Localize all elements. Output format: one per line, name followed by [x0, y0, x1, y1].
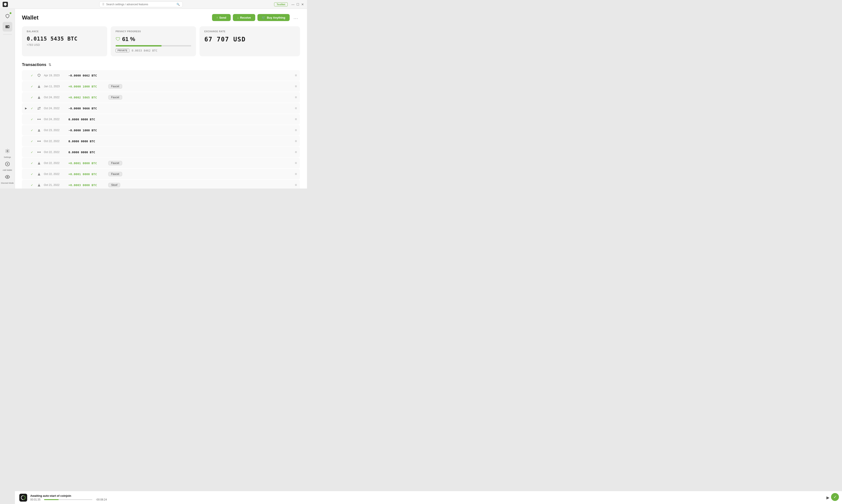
tx-check-icon: ✓ — [31, 150, 34, 154]
tx-date: Apr 19, 2023 — [44, 74, 66, 77]
window-controls: — ☐ ✕ — [291, 3, 304, 6]
tx-list: ✓ Apr 19, 2023 -0.0000 0662 BTC ≡ ✓ Jan … — [22, 70, 300, 188]
privacy-card: PRIVACY PROGRESS 🛡 61 % PRIVATE 0.0033 8… — [111, 26, 196, 56]
page-header: Wallet ↑ Send ↓ Receive 🛒 Buy Anything .… — [22, 14, 300, 21]
tx-date: Oct 24, 2022 — [44, 107, 66, 110]
search-input[interactable] — [106, 3, 175, 6]
testnet-button[interactable]: TestNet — [274, 2, 288, 6]
table-row[interactable]: ✓ Apr 19, 2023 -0.0000 0662 BTC ≡ — [22, 70, 300, 81]
tx-amount: 0.0000 0000 BTC — [68, 118, 106, 121]
transactions-header: Transactions ⇅ — [22, 62, 300, 67]
tx-check-icon: ✓ — [31, 85, 34, 88]
tx-type-icon — [37, 161, 41, 165]
tx-type-icon — [37, 74, 41, 77]
tx-tag: Faucet — [108, 84, 122, 89]
sidebar-item-add-wallet[interactable] — [3, 159, 12, 169]
tx-check-icon: ✓ — [31, 140, 34, 143]
tx-check-icon: ✓ — [31, 96, 34, 99]
sidebar-item-discreet-wrap: Discreet Mode — [1, 172, 14, 184]
tx-amount: +0.0001 0000 BTC — [68, 173, 106, 176]
tx-type-icon — [37, 118, 41, 121]
tx-type-icon — [37, 172, 41, 176]
table-row[interactable]: ✓ Oct 22, 2022 0.0000 0000 BTC ≡ — [22, 136, 300, 146]
tx-amount: -0.0000 9666 BTC — [68, 107, 106, 110]
table-row[interactable]: ✓ Oct 22, 2022 +0.0001 0000 BTC Faucet ≡ — [22, 158, 300, 168]
svg-rect-1 — [8, 26, 9, 27]
privacy-progress-bar — [115, 45, 191, 47]
tx-check-icon: ✓ — [31, 107, 34, 110]
app-logo — [3, 2, 8, 7]
tx-amount: -0.0000 0662 BTC — [68, 74, 106, 77]
tx-tag: Stoof — [108, 183, 120, 187]
discreet-label: Discreet Mode — [1, 182, 14, 184]
minimize-button[interactable]: — — [291, 3, 295, 6]
buy-button[interactable]: 🛒 Buy Anything — [257, 14, 290, 21]
tx-detail-button[interactable]: ≡ — [295, 128, 297, 132]
tx-check-icon: ✓ — [31, 118, 34, 121]
sidebar-item-logo[interactable] — [3, 12, 12, 21]
table-row[interactable]: ✓ Oct 24, 2022 +0.0002 5865 BTC Faucet ≡ — [22, 92, 300, 103]
search-bar[interactable]: ⠿ 🔍 — [99, 2, 183, 7]
tx-detail-button[interactable]: ≡ — [295, 73, 297, 77]
tx-detail-button[interactable]: ≡ — [295, 150, 297, 154]
table-row[interactable]: ✓ Oct 22, 2022 0.0000 0000 BTC ≡ — [22, 147, 300, 157]
tx-date: Oct 22, 2022 — [44, 162, 66, 165]
receive-button[interactable]: ↓ Receive — [233, 14, 255, 21]
privacy-center: 🛡 61 % PRIVATE 0.0033 8462 BTC — [115, 36, 191, 52]
tx-type-icon — [37, 183, 41, 187]
tx-type-icon — [37, 140, 41, 143]
tx-detail-button[interactable]: ≡ — [295, 161, 297, 165]
tx-tag: Faucet — [108, 161, 122, 165]
tx-amount: 0.0000 0000 BTC — [68, 150, 106, 154]
sidebar-item-settings-wrap: Settings — [3, 146, 12, 158]
tx-detail-button[interactable]: ≡ — [295, 172, 297, 176]
close-button[interactable]: ✕ — [301, 3, 304, 6]
sidebar-item-add-wallet-wrap: Add Wallet — [3, 159, 12, 171]
sidebar-item-wallet[interactable] — [3, 22, 12, 32]
tx-amount: +0.0003 0000 BTC — [68, 183, 106, 187]
tx-tag: Faucet — [108, 172, 122, 176]
privacy-shield-icon: 🛡 — [115, 36, 120, 42]
privacy-percent: 61 % — [122, 36, 135, 42]
sidebar-item-settings[interactable] — [3, 146, 12, 156]
exchange-value: 67 707 USD — [204, 36, 295, 43]
tx-date: Oct 22, 2022 — [44, 150, 66, 154]
tx-expand-icon[interactable]: ▶ — [25, 107, 28, 110]
private-badge: PRIVATE — [115, 49, 129, 52]
more-button[interactable]: ... — [292, 15, 300, 21]
svg-point-6 — [7, 176, 8, 178]
header-actions: ↑ Send ↓ Receive 🛒 Buy Anything ... — [212, 14, 300, 21]
tx-detail-button[interactable]: ≡ — [295, 85, 297, 88]
table-row[interactable]: ✓ Oct 22, 2022 +0.0001 0000 BTC Faucet ≡ — [22, 169, 300, 179]
table-row[interactable]: ✓ Oct 23, 2022 -0.0000 1000 BTC ≡ — [22, 125, 300, 136]
tx-type-icon — [37, 150, 41, 154]
tx-date: Oct 22, 2022 — [44, 173, 66, 176]
private-amount: 0.0033 8462 BTC — [131, 49, 157, 52]
tx-type-icon — [37, 95, 41, 99]
tx-check-icon: ✓ — [31, 183, 34, 187]
tx-detail-button[interactable]: ≡ — [295, 139, 297, 143]
balance-btc: 0.0115 5435 BTC — [27, 36, 102, 42]
tx-check-icon: ✓ — [31, 173, 34, 176]
tx-detail-button[interactable]: ≡ — [295, 95, 297, 99]
settings-label: Settings — [4, 156, 11, 158]
table-row[interactable]: ▶ ✓ Oct 24, 2022 -0.0000 9666 BTC ≡ — [22, 103, 300, 113]
tx-amount: +0.0000 1000 BTC — [68, 85, 106, 88]
tx-detail-button[interactable]: ≡ — [295, 117, 297, 121]
tx-amount: 0.0000 0000 BTC — [68, 140, 106, 143]
table-row[interactable]: ✓ Oct 21, 2022 +0.0003 0000 BTC Stoof ≡ — [22, 180, 300, 188]
receive-icon: ↓ — [237, 16, 239, 19]
table-row[interactable]: ✓ Jan 11, 2023 +0.0000 1000 BTC Faucet ≡ — [22, 81, 300, 92]
maximize-button[interactable]: ☐ — [296, 3, 300, 6]
notification-dot — [10, 12, 12, 14]
sidebar-item-discreet[interactable] — [3, 172, 12, 182]
privacy-header: 🛡 61 % — [115, 36, 135, 42]
tx-detail-button[interactable]: ≡ — [295, 183, 297, 187]
privacy-label: PRIVACY PROGRESS — [115, 30, 191, 33]
tx-type-icon — [37, 85, 41, 88]
tx-detail-button[interactable]: ≡ — [295, 106, 297, 110]
send-button[interactable]: ↑ Send — [212, 14, 231, 21]
table-row[interactable]: ✓ Oct 24, 2022 0.0000 0000 BTC ≡ — [22, 114, 300, 125]
filter-icon[interactable]: ⇅ — [49, 63, 51, 67]
balance-label: BALANCE — [27, 30, 102, 33]
